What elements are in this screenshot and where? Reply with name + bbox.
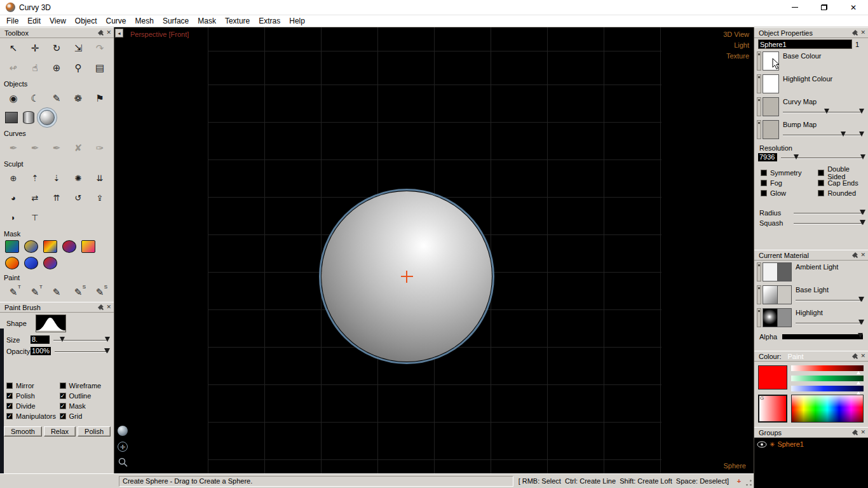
pin-icon[interactable] <box>852 430 858 435</box>
sculpt-flatten-tool[interactable]: ⊤ <box>27 210 43 226</box>
grid-checkbox[interactable]: ✓Grid <box>60 411 114 421</box>
pin-icon[interactable] <box>852 30 858 36</box>
mask-checkbox[interactable]: ✓Mask <box>60 401 114 411</box>
drag-tab-icon[interactable] <box>757 262 761 281</box>
close-icon[interactable]: ✕ <box>860 30 866 36</box>
divide-checkbox[interactable]: ✓Divide <box>6 401 60 411</box>
curve-draw-tool[interactable]: ✒ <box>5 140 22 156</box>
squash-slider[interactable] <box>794 219 864 227</box>
polish-checkbox[interactable]: ✓Polish <box>6 391 60 401</box>
double-sided-checkbox[interactable]: Double Sided <box>818 168 868 178</box>
checkbox-box[interactable] <box>818 170 824 176</box>
sculpt-sphere-tool[interactable]: ⊕ <box>5 170 22 186</box>
menu-item-view[interactable]: View <box>45 17 71 25</box>
sculpt-lower-tool[interactable]: ⇣ <box>48 170 65 186</box>
rotate-tool[interactable]: ↻ <box>48 40 65 56</box>
pin-icon[interactable] <box>852 252 858 258</box>
checkbox-box[interactable] <box>60 383 66 389</box>
zoom-tool[interactable]: ⚲ <box>70 60 86 76</box>
outline-checkbox[interactable]: ✓Outline <box>60 391 114 401</box>
drag-tab-icon[interactable] <box>757 285 761 304</box>
radius-slider[interactable] <box>794 209 864 217</box>
blue-channel-bar[interactable] <box>791 386 864 391</box>
opacity-slider[interactable] <box>55 348 109 355</box>
opacity-value[interactable]: 100% <box>31 347 51 355</box>
checkbox-box[interactable] <box>818 190 824 196</box>
sculpt-grow-tool[interactable]: ⇈ <box>48 190 65 206</box>
select-tool[interactable]: ↖ <box>5 40 22 56</box>
pbtn-smooth[interactable]: Smooth <box>4 426 42 437</box>
blob-object-tool[interactable]: ◉ <box>5 90 22 106</box>
menu-item-file[interactable]: File <box>2 17 23 25</box>
curve-smooth-tool[interactable]: ✒ <box>27 140 43 156</box>
checkbox-box[interactable]: ✓ <box>6 403 13 409</box>
checkbox-box[interactable]: ✓ <box>6 393 13 399</box>
checkbox-box[interactable] <box>6 383 13 389</box>
vp-mode-texture[interactable]: Texture <box>726 52 749 60</box>
mask-cylinder-yellow-magenta-tool[interactable] <box>81 240 95 253</box>
size-value[interactable]: 8. <box>31 336 50 344</box>
pan-tool[interactable]: ☝ <box>27 60 43 76</box>
drag-tab-icon[interactable] <box>757 97 761 116</box>
menu-item-curve[interactable]: Curve <box>102 17 131 25</box>
lathe-tool[interactable]: ↫ <box>5 60 22 76</box>
move-tool[interactable]: ✛ <box>27 40 43 56</box>
pin-icon[interactable] <box>852 353 858 359</box>
red-channel-bar[interactable] <box>791 365 864 371</box>
hue-picker[interactable] <box>791 395 864 423</box>
cube-primitive-tool[interactable] <box>5 112 18 123</box>
red-channel-thumb[interactable] <box>857 371 860 374</box>
menu-item-mesh[interactable]: Mesh <box>131 17 158 25</box>
mask-blue-tool[interactable] <box>24 257 38 269</box>
sculpt-smooth-tool[interactable]: ↺ <box>70 190 86 206</box>
highlight-swatch[interactable] <box>763 308 792 327</box>
drag-tab-icon[interactable] <box>757 308 761 327</box>
resize-grip[interactable] <box>744 479 752 487</box>
menu-item-help[interactable]: Help <box>285 17 309 25</box>
pan-compass-icon[interactable]: ✛ <box>118 442 128 452</box>
mask-sphere-yellow-blue-tool[interactable] <box>24 240 38 253</box>
paint-smear-tool[interactable]: ✎S <box>70 284 86 300</box>
pbtn-relax[interactable]: Relax <box>44 426 76 437</box>
fog-checkbox[interactable]: Fog <box>761 178 818 188</box>
green-channel-bar[interactable] <box>791 376 864 381</box>
focus-tool[interactable]: ⊕ <box>48 60 65 76</box>
lathe-object-tool[interactable]: ✎ <box>48 90 65 106</box>
viewport-canvas[interactable]: Perspective [Front] 3D ViewLightTexture … <box>114 27 754 473</box>
menu-item-mask[interactable]: Mask <box>193 17 220 25</box>
wireframe-checkbox[interactable]: Wireframe <box>60 381 114 391</box>
curve-edit-tool[interactable]: ✑ <box>92 140 108 156</box>
zoom-icon[interactable] <box>118 458 128 467</box>
paint-texture-alt-tool[interactable]: ✎T <box>27 284 43 300</box>
close-icon[interactable]: ✕ <box>105 304 112 310</box>
close-icon[interactable]: ✕ <box>860 353 866 359</box>
checkbox-box[interactable]: ✓ <box>60 413 66 419</box>
mask-split-tool[interactable] <box>43 257 57 269</box>
checkbox-box[interactable]: ✓ <box>60 393 66 399</box>
alpha-slider[interactable] <box>782 334 863 339</box>
pin-icon[interactable] <box>98 30 104 36</box>
drag-tab-icon[interactable] <box>757 120 761 139</box>
highlight-colour-swatch[interactable] <box>763 74 779 93</box>
vp-mode-3d-view[interactable]: 3D View <box>723 30 749 38</box>
paint-texture-tool[interactable]: ✎T <box>5 284 22 300</box>
checkbox-box[interactable] <box>818 180 824 186</box>
curvy-map-swatch[interactable] <box>763 97 779 116</box>
manipulators-checkbox[interactable]: ✓Manipulators <box>6 411 60 421</box>
brush-shape-thumbnail[interactable] <box>36 315 66 332</box>
size-slider[interactable] <box>53 336 109 344</box>
checkbox-box[interactable] <box>761 190 767 196</box>
close-icon[interactable]: ✕ <box>860 252 866 258</box>
checkbox-box[interactable] <box>761 180 767 186</box>
redo-tool[interactable]: ↷ <box>92 40 108 56</box>
base-light-swatch[interactable] <box>763 285 792 304</box>
glow-checkbox[interactable]: Glow <box>761 188 818 198</box>
checkbox-box[interactable]: ✓ <box>6 413 13 419</box>
close-button[interactable]: ✕ <box>839 0 868 15</box>
orbit-icon[interactable] <box>118 426 128 436</box>
mask-fire-tool[interactable] <box>5 257 19 269</box>
paint-brush-tool[interactable]: ✎ <box>48 284 65 300</box>
dock-tab[interactable]: ◂ <box>115 29 123 37</box>
sculpt-raise-tool[interactable]: ⇡ <box>27 170 43 186</box>
vp-mode-light[interactable]: Light <box>734 41 749 49</box>
